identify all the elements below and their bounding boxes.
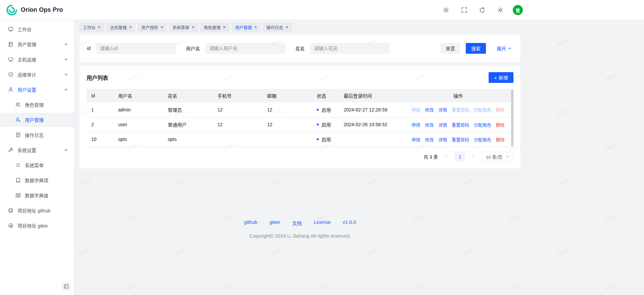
- action-detail-link[interactable]: 详情: [438, 137, 447, 142]
- action-assign-role-link[interactable]: 分配角色: [474, 137, 491, 142]
- tab-host-management[interactable]: 主机管理 ×: [107, 23, 135, 32]
- sidebar-item-label: 系统设置: [17, 147, 36, 153]
- action-disable-link[interactable]: 停用: [411, 122, 420, 128]
- action-reset-password-link[interactable]: 重置密码: [452, 107, 469, 112]
- action-assign-role-link[interactable]: 分配角色: [474, 107, 491, 112]
- action-delete-link[interactable]: 删除: [496, 122, 505, 128]
- menu-lines-icon: [15, 162, 21, 168]
- prev-page-button[interactable]: [441, 152, 451, 162]
- sidebar-item-role-management[interactable]: 角色管理: [0, 98, 74, 112]
- table-scrollbar[interactable]: [511, 90, 513, 146]
- sidebar-item-system-menu[interactable]: 系统菜单: [0, 158, 74, 172]
- action-delete-link[interactable]: 删除: [496, 137, 505, 142]
- action-edit-link[interactable]: 修改: [425, 122, 434, 128]
- action-delete-link[interactable]: 删除: [496, 107, 505, 112]
- close-icon[interactable]: ×: [223, 25, 226, 30]
- expand-button[interactable]: 展开: [495, 43, 513, 54]
- action-disable-link[interactable]: 停用: [411, 137, 420, 142]
- sidebar: 工作台 资产管理 主机运维 运维审计: [0, 20, 75, 295]
- footer-link-gitee[interactable]: gitee: [269, 219, 280, 227]
- sidebar-item-dict-item[interactable]: 数据字典项: [0, 173, 74, 187]
- theme-toggle-button[interactable]: [440, 4, 452, 16]
- user-list-card: 用户列表 + 新增 id 用户名 花名: [80, 66, 521, 168]
- search-button[interactable]: 搜索: [466, 43, 486, 54]
- footer-link-license[interactable]: License: [314, 219, 331, 227]
- close-icon[interactable]: ×: [160, 25, 163, 30]
- nickname-field-group: 花名: [295, 43, 390, 54]
- footer-link-docs[interactable]: 文档: [292, 219, 302, 227]
- close-icon[interactable]: ×: [129, 25, 132, 30]
- page-size-select[interactable]: 10 条/页: [482, 152, 513, 162]
- next-page-button[interactable]: [468, 152, 478, 162]
- plus-icon: +: [494, 75, 497, 80]
- settings-button[interactable]: [495, 4, 506, 16]
- sidebar-item-user-management[interactable]: 用户管理: [0, 113, 74, 127]
- close-icon[interactable]: ×: [254, 25, 257, 30]
- search-filter-card: id 用户名 花名 重置 搜索 展开: [80, 35, 521, 62]
- column-username: 用户名: [113, 89, 163, 102]
- tab-system-menu[interactable]: 系统菜单 ×: [169, 23, 198, 32]
- asset-book-icon: [8, 42, 13, 47]
- avatar[interactable]: 管: [513, 5, 523, 15]
- sidebar-item-label: 运维审计: [17, 71, 36, 78]
- sidebar-item-user-settings[interactable]: 用户设置: [0, 83, 74, 97]
- reset-button[interactable]: 重置: [440, 43, 460, 54]
- tab-workbench[interactable]: 工作台 ×: [80, 23, 104, 32]
- add-user-button[interactable]: + 新增: [489, 72, 513, 83]
- page-number-button[interactable]: 1: [455, 152, 465, 162]
- footer-link-version[interactable]: v1.0.0: [343, 219, 356, 227]
- cell-id: 2: [87, 117, 113, 132]
- status-badge: 启用: [321, 136, 331, 143]
- tab-label: 用户管理: [235, 24, 252, 31]
- user-add-icon: [15, 117, 21, 122]
- chevron-left-icon: [444, 155, 448, 159]
- username-input[interactable]: [205, 43, 285, 54]
- footer-link-github[interactable]: github: [244, 219, 257, 227]
- close-icon[interactable]: ×: [286, 25, 288, 30]
- cell-actions: 停用 修改 详情 重置密码 分配角色 删除: [403, 102, 513, 117]
- action-detail-link[interactable]: 详情: [438, 107, 447, 112]
- tab-user-management[interactable]: 用户管理 ×: [232, 23, 260, 32]
- cell-last-login: [339, 132, 403, 147]
- log-document-icon: [15, 132, 21, 138]
- chevron-up-icon: [64, 88, 68, 92]
- close-icon[interactable]: ×: [98, 25, 101, 30]
- sidebar-item-github[interactable]: 项目地址 github: [0, 203, 74, 217]
- cell-status: 启用: [312, 117, 339, 132]
- id-input[interactable]: [96, 43, 176, 54]
- sidebar-item-system-settings[interactable]: 系统设置: [0, 143, 74, 157]
- cell-mobile: 12: [213, 117, 262, 132]
- tab-label: 工作台: [83, 24, 96, 31]
- action-reset-password-link[interactable]: 重置密码: [452, 122, 469, 128]
- action-assign-role-link[interactable]: 分配角色: [474, 122, 491, 128]
- chevron-down-icon: [64, 42, 68, 46]
- main-area: adminadminadminadminadminadminadminadmin…: [75, 20, 644, 295]
- sidebar-item-operation-log[interactable]: 操作日志: [0, 128, 74, 142]
- refresh-button[interactable]: [477, 4, 488, 16]
- cell-nickname: opts: [163, 132, 213, 147]
- sidebar-item-dict-value[interactable]: 数据字典值: [0, 188, 74, 202]
- sidebar-item-label: 项目地址 github: [17, 207, 50, 214]
- sidebar-item-asset-management[interactable]: 资产管理: [0, 37, 74, 51]
- action-edit-link[interactable]: 修改: [425, 137, 434, 142]
- column-status: 状态: [312, 89, 339, 102]
- sidebar-item-workbench[interactable]: 工作台: [0, 22, 74, 36]
- tab-label: 资产授权: [141, 24, 158, 31]
- close-icon[interactable]: ×: [192, 25, 194, 30]
- tab-role-management[interactable]: 角色管理 ×: [200, 23, 229, 32]
- sidebar-item-host-ops[interactable]: 主机运维: [0, 52, 74, 66]
- fullscreen-button[interactable]: [458, 4, 470, 16]
- sidebar-collapse-button[interactable]: [62, 282, 70, 291]
- action-reset-password-link[interactable]: 重置密码: [452, 137, 469, 142]
- sidebar-item-gitee[interactable]: 项目地址 gitee: [0, 218, 74, 233]
- pagination-total: 共 3 条: [424, 153, 438, 160]
- sidebar-item-label: 用户设置: [17, 86, 36, 93]
- action-disable-link[interactable]: 停用: [411, 107, 420, 112]
- action-edit-link[interactable]: 修改: [425, 107, 434, 112]
- tab-operation-log[interactable]: 操作日志 ×: [263, 23, 292, 32]
- nickname-input[interactable]: [310, 43, 390, 54]
- sidebar-item-ops-audit[interactable]: 运维审计: [0, 67, 74, 82]
- action-detail-link[interactable]: 详情: [438, 122, 447, 128]
- column-last-login: 最后登录时间: [339, 89, 403, 102]
- tab-asset-authorization[interactable]: 资产授权 ×: [138, 23, 166, 32]
